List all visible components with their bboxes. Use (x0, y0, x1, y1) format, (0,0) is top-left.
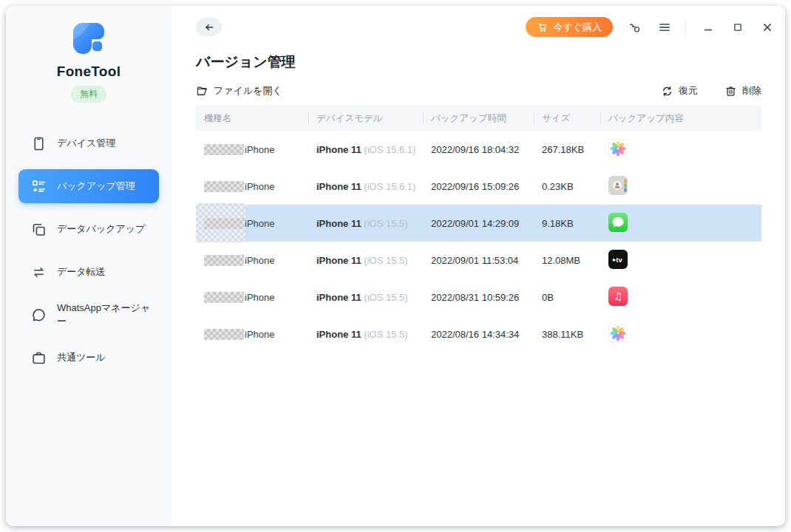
sidebar-item-label: WhatsAppマネージャー (57, 301, 159, 328)
free-badge: 無料 (71, 86, 106, 103)
table-row[interactable]: iPhone iPhone 11 (iOS 15.6.1) 2022/09/16… (196, 168, 761, 205)
blurred-device-name (204, 292, 244, 303)
table-row[interactable]: iPhone iPhone 11 (iOS 15.5) 2022/09/01 1… (196, 205, 761, 242)
column-header: サイズ (534, 106, 600, 131)
trash-icon (724, 85, 737, 98)
page-title: バージョン管理 (196, 52, 785, 72)
fonetool-logo-icon (70, 20, 107, 57)
blurred-device-name (204, 218, 244, 229)
buy-now-button[interactable]: 今すぐ購入 (526, 17, 613, 37)
svg-text:♫: ♫ (614, 290, 623, 302)
main-panel: 今すぐ購入 バージョン管理 (172, 6, 785, 526)
right-actions: 復元 削除 (661, 84, 761, 98)
delete-button[interactable]: 削除 (724, 84, 761, 98)
sidebar-item-label: デバイス管理 (57, 137, 115, 150)
svg-text:tv: tv (616, 256, 622, 264)
sidebar-item-3[interactable]: データ転送 (18, 255, 159, 289)
sidebar-item-label: データ転送 (57, 265, 106, 279)
music-app-icon: ♫ (608, 287, 628, 306)
column-header: バックアップ内容 (600, 106, 761, 131)
restore-button[interactable]: 復元 (661, 84, 698, 98)
blurred-device-name (204, 144, 244, 155)
cart-icon (537, 21, 548, 33)
sidebar-item-label: 共通ツール (57, 351, 106, 364)
app-window: FoneTool 無料 デバイス管理 バックアップ管理 データバックアップ デー… (6, 6, 785, 526)
back-button[interactable] (196, 18, 222, 36)
topbar-divider (685, 20, 686, 35)
photos-app-icon (608, 139, 628, 158)
table-row[interactable]: iPhone iPhone 11 (iOS 15.5) 2022/09/01 1… (196, 242, 761, 279)
sidebar-item-0[interactable]: デバイス管理 (18, 126, 159, 160)
table-row[interactable]: iPhone iPhone 11 (iOS 15.5) 2022/08/31 1… (196, 279, 761, 316)
column-header: バックアップ時間 (423, 106, 534, 131)
close-button[interactable] (760, 20, 775, 35)
open-file-button[interactable]: ファイルを開く (196, 84, 282, 98)
tv-app-icon: tv (608, 250, 628, 269)
minimize-button[interactable] (701, 20, 716, 35)
messages-app-icon (608, 213, 628, 232)
table-body: iPhone iPhone 11 (iOS 15.6.1) 2022/09/16… (196, 131, 761, 352)
sidebar-item-4[interactable]: WhatsAppマネージャー (18, 298, 159, 332)
restore-label: 復元 (679, 84, 698, 98)
backup-manage-icon (31, 179, 47, 194)
column-header: 機種名 (196, 106, 308, 131)
whatsapp-icon (31, 307, 47, 323)
sidebar-item-label: バックアップ管理 (57, 180, 135, 193)
topbar-right: 今すぐ購入 (526, 17, 775, 37)
backup-table: 機種名デバイスモデルバックアップ時間サイズバックアップ内容 iPhone iPh… (196, 106, 761, 352)
topbar: 今すぐ購入 (172, 6, 785, 37)
blurred-device-name (204, 255, 244, 266)
register-key-icon[interactable] (628, 20, 642, 35)
table-row[interactable]: iPhone iPhone 11 (iOS 15.5) 2022/08/16 1… (196, 316, 761, 352)
maximize-button[interactable] (730, 20, 745, 35)
sidebar-item-1[interactable]: バックアップ管理 (18, 169, 159, 203)
sidebar-item-5[interactable]: 共通ツール (18, 341, 159, 375)
device-icon (31, 136, 47, 151)
photos-app-icon (608, 324, 628, 343)
table-row[interactable]: iPhone iPhone 11 (iOS 15.6.1) 2022/09/16… (196, 131, 761, 168)
open-file-label: ファイルを開く (214, 84, 282, 98)
data-backup-icon (31, 222, 47, 237)
blurred-device-name (204, 181, 244, 192)
sidebar-nav: デバイス管理 バックアップ管理 データバックアップ データ転送 WhatsApp… (6, 126, 172, 375)
back-arrow-icon (203, 21, 215, 33)
menu-icon[interactable] (657, 20, 672, 35)
contacts-app-icon (608, 176, 628, 195)
restore-refresh-icon (661, 85, 673, 98)
sidebar-item-2[interactable]: データバックアップ (18, 212, 159, 246)
delete-label: 削除 (742, 84, 761, 98)
buy-now-label: 今すぐ購入 (553, 21, 602, 34)
data-transfer-icon (31, 265, 47, 280)
blurred-device-name (204, 329, 244, 340)
folder-icon (196, 85, 208, 98)
actions-row: ファイルを開く 復元 削除 (196, 84, 761, 98)
app-title: FoneTool (6, 64, 172, 80)
sidebar: FoneTool 無料 デバイス管理 バックアップ管理 データバックアップ デー… (6, 6, 172, 526)
sidebar-item-label: データバックアップ (57, 222, 145, 236)
column-header: デバイスモデル (308, 106, 423, 131)
logo-area: FoneTool 無料 (6, 6, 172, 103)
common-tools-icon (31, 350, 47, 366)
table-header: 機種名デバイスモデルバックアップ時間サイズバックアップ内容 (196, 106, 761, 131)
